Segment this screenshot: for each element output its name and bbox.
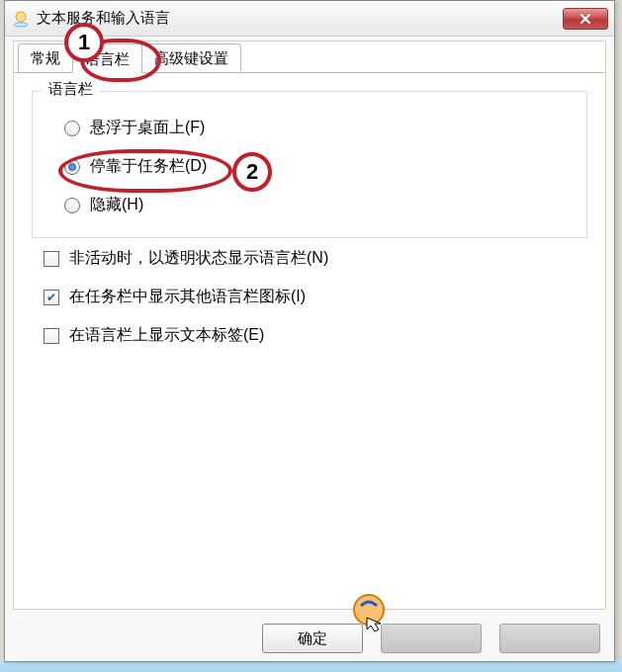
tab-language-bar[interactable]: 语言栏 bbox=[72, 43, 142, 73]
apply-button[interactable] bbox=[499, 624, 600, 653]
radio-icon bbox=[64, 159, 80, 175]
cancel-button[interactable] bbox=[381, 624, 482, 653]
svg-point-0 bbox=[16, 12, 26, 22]
close-button[interactable] bbox=[563, 8, 608, 30]
app-icon bbox=[11, 9, 31, 29]
tab-row: 常规 语言栏 高级键设置 bbox=[14, 42, 605, 73]
checkbox-label: 在语言栏上显示文本标签(E) bbox=[69, 325, 264, 346]
tab-advanced-keys[interactable]: 高级键设置 bbox=[141, 43, 241, 72]
svg-point-1 bbox=[14, 23, 28, 27]
tab-label: 语言栏 bbox=[85, 50, 130, 67]
language-bar-group: 语言栏 悬浮于桌面上(F) 停靠于任务栏(D) 隐藏(H) bbox=[32, 91, 587, 238]
check-extra-icons-row[interactable]: 在任务栏中显示其他语言栏图标(I) bbox=[44, 287, 605, 307]
radio-label: 隐藏(H) bbox=[90, 195, 143, 215]
window-title: 文本服务和输入语言 bbox=[37, 9, 170, 28]
checkbox-label: 非活动时，以透明状态显示语言栏(N) bbox=[69, 248, 328, 269]
radio-hide-row[interactable]: 隐藏(H) bbox=[64, 195, 569, 215]
checkbox-icon bbox=[44, 290, 59, 305]
button-label: 确定 bbox=[298, 630, 327, 648]
checkbox-label: 在任务栏中显示其他语言栏图标(I) bbox=[69, 287, 306, 307]
check-text-labels-row[interactable]: 在语言栏上显示文本标签(E) bbox=[44, 325, 605, 346]
checkbox-icon bbox=[44, 328, 59, 344]
tab-label: 高级键设置 bbox=[154, 49, 228, 66]
radio-dock-row[interactable]: 停靠于任务栏(D) bbox=[64, 156, 569, 177]
tab-general[interactable]: 常规 bbox=[18, 43, 73, 72]
group-legend: 语言栏 bbox=[43, 80, 99, 99]
check-transparent-row[interactable]: 非活动时，以透明状态显示语言栏(N) bbox=[44, 248, 605, 269]
titlebar: 文本服务和输入语言 bbox=[5, 1, 614, 37]
radio-label: 悬浮于桌面上(F) bbox=[90, 118, 205, 138]
tab-label: 常规 bbox=[31, 49, 60, 66]
radio-icon bbox=[64, 198, 80, 213]
radio-float-row[interactable]: 悬浮于桌面上(F) bbox=[64, 118, 569, 138]
radio-label: 停靠于任务栏(D) bbox=[90, 156, 207, 177]
ok-button[interactable]: 确定 bbox=[262, 624, 363, 653]
dialog-window: 文本服务和输入语言 常规 语言栏 高级键设置 语言栏 悬浮于桌面上(F) 停靠于… bbox=[4, 0, 615, 662]
button-row: 确定 bbox=[262, 624, 600, 653]
checkbox-icon bbox=[44, 251, 59, 267]
content-area: 常规 语言栏 高级键设置 语言栏 悬浮于桌面上(F) 停靠于任务栏(D) 隐藏(… bbox=[13, 41, 606, 610]
radio-icon bbox=[64, 121, 80, 136]
